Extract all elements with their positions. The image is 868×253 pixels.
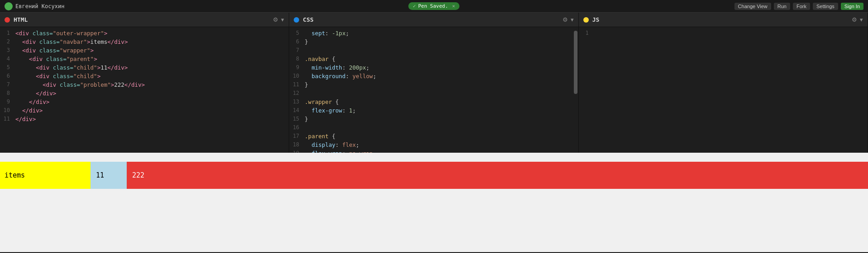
html-editor-header: HTML ⚙ ▾ xyxy=(0,13,289,27)
css-editor-title: CSS xyxy=(303,16,313,23)
fork-button[interactable]: Fork xyxy=(793,3,810,10)
html-editor-panel: HTML ⚙ ▾ 1 <div class="outer-wrapper"> 2… xyxy=(0,13,289,153)
code-line: 11 } xyxy=(289,80,578,89)
close-icon[interactable]: × xyxy=(452,3,455,9)
js-editor-body[interactable]: 1 xyxy=(579,27,868,153)
code-line: 13 .wrapper { xyxy=(289,98,578,106)
code-line: 15 } xyxy=(289,115,578,123)
code-line: 6 <div class="child"> xyxy=(0,72,289,80)
js-editor-header: JS ⚙ ▾ xyxy=(579,13,868,27)
settings-button[interactable]: Settings xyxy=(813,3,838,10)
code-line: 6 } xyxy=(289,37,578,46)
code-line: 12 xyxy=(289,89,578,98)
user-info: Евгений Косухин xyxy=(5,2,64,10)
navbar-rendered: items xyxy=(0,162,91,189)
outer-wrapper: items 11 222 xyxy=(0,162,868,189)
css-header-actions: ⚙ ▾ xyxy=(563,16,574,23)
code-line: 7 xyxy=(289,46,578,55)
code-line: 5 sept: -1px; xyxy=(289,29,578,37)
code-line: 1 <div class="outer-wrapper"> xyxy=(0,29,289,37)
css-editor-header: CSS ⚙ ▾ xyxy=(289,13,578,27)
js-dot-icon xyxy=(583,17,589,23)
user-avatar-icon xyxy=(5,2,13,10)
code-line: 4 <div class="parent"> xyxy=(0,55,289,63)
preview-content: items 11 222 xyxy=(0,153,868,252)
code-line: 9 min-width: 200px; xyxy=(289,63,578,72)
code-line: 17 .parent { xyxy=(289,132,578,141)
child-text: 11 xyxy=(96,171,104,179)
code-line: 9 </div> xyxy=(0,98,289,106)
editors-area: HTML ⚙ ▾ 1 <div class="outer-wrapper"> 2… xyxy=(0,13,868,153)
code-line: 1 xyxy=(579,29,868,37)
css-editor-body[interactable]: 5 sept: -1px; 6 } 7 8 .navbar { 9 min-wi… xyxy=(289,27,578,153)
child-wrapper-rendered: 222 xyxy=(127,162,868,189)
code-line: 10 </div> xyxy=(0,106,289,115)
js-editor-panel: JS ⚙ ▾ 1 xyxy=(579,13,868,153)
code-line: 16 xyxy=(289,123,578,132)
code-line: 18 display: flex; xyxy=(289,141,578,149)
code-line: 8 </div> xyxy=(0,89,289,98)
css-scrollbar[interactable] xyxy=(574,31,577,94)
pen-saved-text: Pen Saved. xyxy=(418,3,448,9)
css-editor-panel: CSS ⚙ ▾ 5 sept: -1px; 6 } 7 8 .navbar { xyxy=(289,13,578,153)
code-line: 8 .navbar { xyxy=(289,55,578,63)
wrapper-rendered: 11 222 xyxy=(91,162,868,189)
html-editor-body[interactable]: 1 <div class="outer-wrapper"> 2 <div cla… xyxy=(0,27,289,153)
html-settings-icon[interactable]: ⚙ xyxy=(273,16,278,23)
code-line: 14 flex-grow: 1; xyxy=(289,106,578,115)
top-bar: Евгений Косухин ✓ Pen Saved. × Change Vi… xyxy=(0,0,868,13)
parent-rendered: 11 222 xyxy=(91,162,868,189)
css-dot-icon xyxy=(294,17,299,23)
html-expand-icon[interactable]: ▾ xyxy=(281,16,284,23)
run-button[interactable]: Run xyxy=(774,3,790,10)
child-11-rendered: 11 xyxy=(91,162,127,189)
html-header-actions: ⚙ ▾ xyxy=(273,16,284,23)
save-button[interactable]: Sign In xyxy=(841,3,863,10)
problem-rendered: 222 xyxy=(127,162,868,189)
js-settings-icon[interactable]: ⚙ xyxy=(852,16,857,23)
html-editor-title: HTML xyxy=(14,16,28,23)
check-icon: ✓ xyxy=(413,3,416,9)
pen-saved-badge: ✓ Pen Saved. × xyxy=(408,2,459,10)
js-header-actions: ⚙ ▾ xyxy=(852,16,863,23)
html-dot-icon xyxy=(5,17,10,23)
problem-text: 222 xyxy=(132,171,144,179)
js-expand-icon[interactable]: ▾ xyxy=(860,16,863,23)
code-line: 7 <div class="problem">222</div> xyxy=(0,80,289,89)
code-line: 5 <div class="child">11</div> xyxy=(0,63,289,72)
code-line: 10 background: yellow; xyxy=(289,72,578,80)
code-line: 19 flex-wrap: no-wrap; xyxy=(289,149,578,153)
css-settings-icon[interactable]: ⚙ xyxy=(563,16,568,23)
js-editor-title: JS xyxy=(592,16,600,23)
user-name-label: Евгений Косухин xyxy=(15,3,64,9)
code-line: 2 <div class="navbar">items</div> xyxy=(0,37,289,46)
change-view-button[interactable]: Change View xyxy=(734,3,771,10)
css-expand-icon[interactable]: ▾ xyxy=(571,16,574,23)
top-bar-actions: Change View Run Fork Settings Sign In xyxy=(734,3,863,10)
code-line: 3 <div class="wrapper"> xyxy=(0,46,289,55)
navbar-text: items xyxy=(5,171,25,179)
code-line: 11 </div> xyxy=(0,115,289,123)
preview-area: items 11 222 xyxy=(0,153,868,252)
